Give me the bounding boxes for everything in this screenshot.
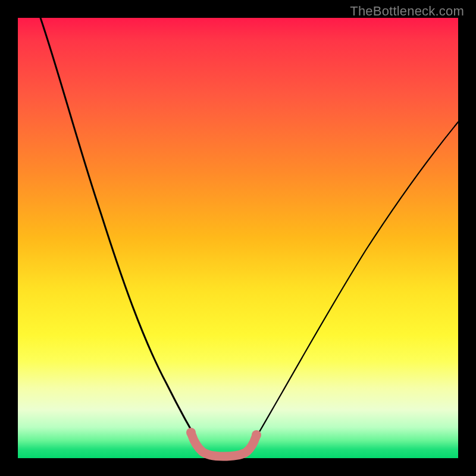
valley-marker-dot-left — [186, 428, 196, 437]
right-curve — [246, 122, 458, 455]
plot-area — [18, 18, 458, 458]
curves-svg — [18, 18, 458, 458]
left-curve — [40, 18, 206, 455]
valley-marker — [192, 434, 256, 456]
chart-frame: TheBottleneck.com — [0, 0, 476, 476]
watermark-text: TheBottleneck.com — [350, 4, 464, 19]
valley-marker-dot-right — [252, 430, 261, 440]
